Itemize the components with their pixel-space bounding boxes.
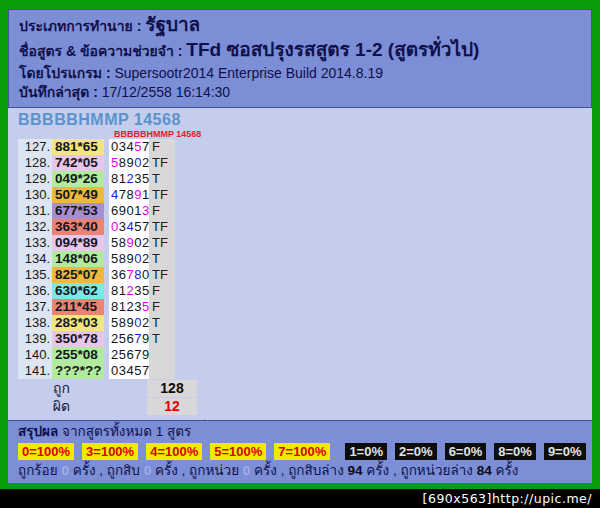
percent-badge: 6=0% — [445, 443, 487, 460]
prediction-type-line: ประเภทการทำนาย : รัฐบาล — [19, 14, 581, 37]
row-digits: 25679 — [109, 347, 149, 363]
digit: 5 — [134, 139, 142, 154]
row-number: 128. — [18, 155, 52, 171]
percent-badge: 3=100% — [82, 443, 138, 460]
row-formula: 255*08 — [52, 347, 104, 363]
stats-segment: ถูกร้อย — [18, 463, 61, 478]
digit: 0 — [134, 251, 142, 266]
stats-segment: ครั้ง , ถูกหน่วย — [151, 463, 243, 478]
row-digits: 81235 — [109, 171, 149, 187]
percent-badge: 4=100% — [146, 443, 202, 460]
percent-badge: 8=0% — [494, 443, 536, 460]
row-digits: 69013 — [109, 203, 149, 219]
row-number: 127. — [18, 139, 52, 155]
table-row: 131.677*5369013F — [18, 203, 592, 219]
row-number: 136. — [18, 283, 52, 299]
row-number: 135. — [18, 267, 52, 283]
stats-segment: ครั้ง — [492, 463, 519, 478]
row-formula: ???*?? — [52, 363, 104, 379]
digit: 6 — [111, 203, 119, 218]
row-digits: 03457 — [109, 139, 149, 155]
row-result: F — [149, 139, 175, 155]
digit: 2 — [111, 331, 119, 346]
row-digits: 58902 — [109, 315, 149, 331]
row-formula: 283*03 — [52, 315, 104, 331]
formula-name-line: ชื่อสูตร & ข้อความช่วยจำ : TFd ซอสปรุงรส… — [19, 37, 581, 64]
row-digits: 58902 — [109, 251, 149, 267]
row-formula: 049*26 — [52, 171, 104, 187]
row-formula: 742*05 — [52, 155, 104, 171]
table-row: 137.211*4581235F — [18, 299, 592, 315]
row-formula: 507*49 — [52, 187, 104, 203]
results-rows: 127.881*6503457F128.742*0558902TF129.049… — [18, 139, 592, 379]
row-result — [149, 363, 175, 379]
row-number: 130. — [18, 187, 52, 203]
results-zone: BBBBBHMMP 14568 BBBBBHMMP 14568 127.881*… — [8, 108, 592, 420]
row-formula: 148*06 — [52, 251, 104, 267]
table-row: 128.742*0558902TF — [18, 155, 592, 171]
row-digits: 47891 — [109, 187, 149, 203]
percent-badge: 0=100% — [18, 443, 74, 460]
percent-badge: 9=0% — [544, 443, 586, 460]
percent-badge: 2=0% — [395, 443, 437, 460]
app-window: ประเภทการทำนาย : รัฐบาล ชื่อสูตร & ข้อคว… — [8, 9, 592, 483]
row-result: F — [149, 299, 175, 315]
row-number: 139. — [18, 331, 52, 347]
correct-count: 128 — [147, 380, 197, 397]
row-formula: 363*40 — [52, 219, 104, 235]
digit: 0 — [111, 363, 119, 378]
digit: 5 — [111, 155, 119, 170]
row-formula: 630*62 — [52, 283, 104, 299]
table-row: 132.363*4003457TF — [18, 219, 592, 235]
digit: 7 — [134, 347, 142, 362]
wrong-label: ผิด — [18, 398, 70, 415]
prediction-type-label: ประเภทการทำนาย : — [19, 18, 145, 34]
digit: 0 — [134, 235, 142, 250]
row-digits: 58902 — [109, 235, 149, 251]
table-row: 130.507*4947891TF — [18, 187, 592, 203]
row-result: TF — [149, 187, 175, 203]
digit: 3 — [134, 283, 142, 298]
table-row: 140.255*0825679 — [18, 347, 592, 363]
summary-title-rest: จากสูตรทั้งหมด 1 สูตร — [58, 424, 191, 439]
program-value: Supersootr2014 Enterprise Build 2014.8.1… — [114, 65, 383, 81]
row-digits: 03457 — [109, 363, 149, 379]
row-digits: 58902 — [109, 155, 149, 171]
row-result: TF — [149, 267, 175, 283]
row-result: T — [149, 331, 175, 347]
digit: 3 — [134, 299, 142, 314]
summary-title: สรุปผล จากสูตรทั้งหมด 1 สูตร — [18, 424, 582, 440]
table-row: 134.148*0658902T — [18, 251, 592, 267]
row-formula: 677*53 — [52, 203, 104, 219]
row-digits: 03457 — [109, 219, 149, 235]
digit: 4 — [111, 187, 119, 202]
row-number: 132. — [18, 219, 52, 235]
formula-name-value: TFd ซอสปรุงรสสูตร 1-2 (สูตรทั่วไป) — [186, 39, 479, 60]
row-digits: 81235 — [109, 283, 149, 299]
row-number: 134. — [18, 251, 52, 267]
row-result: TF — [149, 235, 175, 251]
digit: 5 — [111, 235, 119, 250]
saved-time-label: บันทึกล่าสุด : — [19, 84, 102, 100]
hit-statistics-line: ถูกร้อย 0 ครั้ง , ถูกสิบ 0 ครั้ง , ถูกหน… — [18, 463, 582, 479]
summary-panel: สรุปผล จากสูตรทั้งหมด 1 สูตร 0=100%3=100… — [8, 420, 592, 483]
header-panel: ประเภทการทำนาย : รัฐบาล ชื่อสูตร & ข้อคว… — [8, 9, 592, 108]
digit: 3 — [134, 171, 142, 186]
row-result: TF — [149, 155, 175, 171]
row-number: 129. — [18, 171, 52, 187]
row-formula: 211*45 — [52, 299, 104, 315]
digit: 0 — [111, 139, 119, 154]
digit: 8 — [111, 283, 119, 298]
row-formula: 881*65 — [52, 139, 104, 155]
digit: 5 — [111, 315, 119, 330]
saved-time-line: บันทึกล่าสุด : 17/12/2558 16:14:30 — [19, 83, 581, 102]
digit: 0 — [134, 155, 142, 170]
percent-badge: 7=100% — [274, 443, 330, 460]
percent-badge: 1=0% — [345, 443, 387, 460]
formula-name-label: ชื่อสูตร & ข้อความช่วยจำ : — [19, 43, 186, 59]
row-result: F — [149, 283, 175, 299]
row-digits: 25679 — [109, 331, 149, 347]
summary-title-bold: สรุปผล — [18, 424, 58, 439]
digit: 1 — [134, 203, 142, 218]
digit: 5 — [134, 363, 142, 378]
